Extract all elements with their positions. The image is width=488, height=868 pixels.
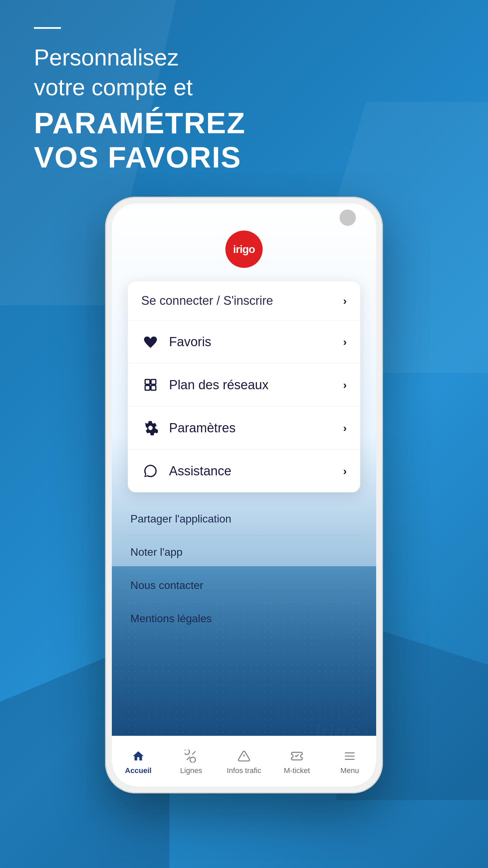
screen-content: irigo Se connecter / S'inscrire › <box>112 203 376 787</box>
heart-icon <box>141 333 160 351</box>
menu-favoris-label: Favoris <box>169 335 343 349</box>
menu-favoris-arrow: › <box>343 336 347 348</box>
header-title: PARAMÉTREZ VOS FAVORIS <box>34 106 454 174</box>
svg-rect-2 <box>145 386 150 390</box>
secondary-item-share[interactable]: Partager l'application <box>128 502 360 536</box>
rate-label: Noter l'app <box>130 546 183 558</box>
menu-assistance-arrow: › <box>343 465 347 477</box>
menu-login-arrow: › <box>343 295 347 307</box>
app-logo: irigo <box>225 231 263 268</box>
map-icon <box>141 376 160 394</box>
phone-mockup: irigo Se connecter / S'inscrire › <box>105 197 383 793</box>
contact-label: Nous contacter <box>130 579 203 591</box>
svg-rect-0 <box>145 379 150 384</box>
secondary-item-rate[interactable]: Noter l'app <box>128 536 360 569</box>
header-title-line2: VOS FAVORIS <box>34 140 241 174</box>
svg-rect-1 <box>151 379 156 384</box>
header-subtitle-text: Personnalisezvotre compte et <box>34 44 193 100</box>
menu-parametres-arrow: › <box>343 422 347 434</box>
header-title-line1: PARAMÉTREZ <box>34 106 246 140</box>
phone-screen: irigo Se connecter / S'inscrire › <box>112 203 376 787</box>
menu-item-favoris[interactable]: Favoris › <box>128 320 360 363</box>
menu-item-assistance[interactable]: Assistance › <box>128 450 360 492</box>
logo-area: irigo <box>225 231 263 268</box>
chat-icon <box>141 462 160 480</box>
menu-assistance-label: Assistance <box>169 464 343 478</box>
menu-parametres-label: Paramètres <box>169 421 343 435</box>
logo-text: irigo <box>233 243 255 256</box>
menu-plan-label: Plan des réseaux <box>169 378 343 392</box>
main-menu-card: Se connecter / S'inscrire › Favoris <box>128 281 360 492</box>
menu-item-parametres[interactable]: Paramètres › <box>128 407 360 450</box>
dot-pattern <box>112 600 376 736</box>
share-label: Partager l'application <box>130 513 231 525</box>
menu-plan-arrow: › <box>343 379 347 391</box>
phone-camera <box>340 210 356 226</box>
svg-rect-3 <box>151 386 156 390</box>
secondary-item-contact[interactable]: Nous contacter <box>128 569 360 602</box>
menu-item-plan[interactable]: Plan des réseaux › <box>128 363 360 407</box>
header-subtitle: Personnalisezvotre compte et <box>34 42 454 102</box>
menu-item-login[interactable]: Se connecter / S'inscrire › <box>128 281 360 320</box>
header-section: Personnalisezvotre compte et PARAMÉTREZ … <box>34 27 454 174</box>
menu-login-label: Se connecter / S'inscrire <box>141 294 343 308</box>
header-dash <box>34 27 61 29</box>
gear-icon <box>141 419 160 437</box>
phone-frame: irigo Se connecter / S'inscrire › <box>105 197 383 793</box>
